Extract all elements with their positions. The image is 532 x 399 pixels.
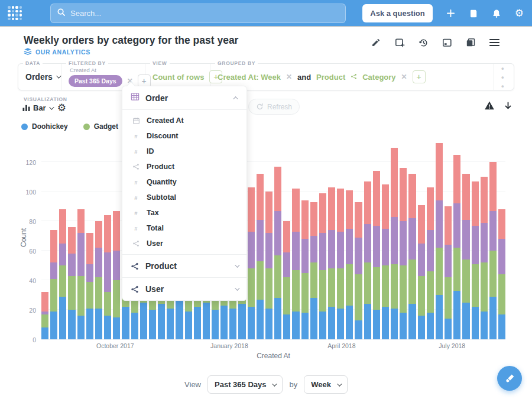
add-to-dashboard-icon[interactable] bbox=[394, 37, 405, 48]
search-bar[interactable] bbox=[50, 4, 346, 23]
view-label: View bbox=[184, 380, 201, 389]
breadcrumb[interactable]: OUR ANALYTICS bbox=[24, 47, 90, 57]
bar-week-8[interactable] bbox=[104, 140, 111, 339]
bar-week-7[interactable] bbox=[95, 140, 102, 339]
bar-segment-doohickey bbox=[328, 307, 335, 339]
bar-week-33[interactable] bbox=[328, 140, 335, 339]
bar-week-26[interactable] bbox=[265, 140, 273, 339]
breakout-chip-category[interactable]: Category bbox=[362, 73, 395, 82]
bar-week-52[interactable] bbox=[498, 140, 505, 339]
bar-segment-widget bbox=[248, 187, 255, 232]
table-section-product[interactable]: Product bbox=[122, 255, 246, 278]
bar-week-29[interactable] bbox=[292, 140, 299, 339]
bar-week-5[interactable] bbox=[77, 140, 85, 339]
legend-item-doohickey[interactable]: Doohickey bbox=[21, 122, 68, 131]
bar-segment-widget bbox=[77, 209, 85, 233]
field-item-product[interactable]: Product bbox=[122, 159, 246, 174]
bar-week-41[interactable] bbox=[400, 140, 407, 339]
bar-week-47[interactable] bbox=[453, 140, 460, 339]
field-item-discount[interactable]: #Discount bbox=[122, 128, 246, 144]
bar-segment-gizmo bbox=[301, 239, 309, 273]
data-table-selector[interactable]: Orders bbox=[25, 72, 60, 82]
time-range-select[interactable]: Past 365 Days bbox=[207, 375, 283, 394]
bar-week-1[interactable] bbox=[41, 140, 48, 339]
filter-pill[interactable]: Past 365 Days bbox=[69, 75, 122, 87]
bar-week-43[interactable] bbox=[418, 140, 425, 339]
bar-week-25[interactable] bbox=[257, 140, 264, 339]
bar-week-39[interactable] bbox=[382, 140, 389, 339]
embed-icon[interactable] bbox=[442, 37, 452, 48]
bar-week-9[interactable] bbox=[113, 140, 120, 339]
bar-week-35[interactable] bbox=[346, 140, 353, 339]
bar-week-4[interactable] bbox=[68, 140, 75, 339]
metabase-logo-icon[interactable] bbox=[7, 5, 23, 21]
field-item-created-at[interactable]: Created At bbox=[122, 113, 246, 128]
bar-segment-gadget bbox=[257, 261, 264, 300]
settings-gear-icon[interactable]: ⚙ bbox=[515, 8, 524, 18]
menu-hamburger-icon[interactable] bbox=[489, 37, 499, 48]
field-item-user[interactable]: User bbox=[122, 236, 246, 251]
breakout-chip-product[interactable]: Product bbox=[316, 73, 345, 82]
bar-week-42[interactable] bbox=[408, 140, 416, 339]
bar-segment-gizmo bbox=[319, 233, 326, 270]
bar-week-3[interactable] bbox=[59, 140, 66, 339]
search-input[interactable] bbox=[70, 9, 319, 18]
field-item-id[interactable]: #ID bbox=[122, 144, 246, 159]
style-paintbrush-fab[interactable] bbox=[497, 366, 522, 391]
bar-week-51[interactable] bbox=[489, 140, 497, 339]
bar-segment-gizmo bbox=[274, 211, 281, 255]
remove-breakout2-icon[interactable]: ✕ bbox=[401, 73, 407, 80]
bar-week-31[interactable] bbox=[310, 140, 317, 339]
bar-segment-gizmo bbox=[400, 221, 407, 265]
breakout-chip-week[interactable]: Created At: Week bbox=[218, 73, 281, 82]
bar-week-38[interactable] bbox=[373, 140, 380, 339]
bar-week-48[interactable] bbox=[462, 140, 469, 339]
table-section-user[interactable]: User bbox=[122, 278, 246, 300]
granularity-select[interactable]: Week bbox=[304, 375, 348, 394]
bar-segment-gadget bbox=[481, 262, 488, 311]
bar-week-30[interactable] bbox=[301, 140, 309, 339]
bar-segment-widget bbox=[481, 177, 488, 222]
history-clock-icon[interactable] bbox=[418, 37, 429, 48]
edit-pencil-icon[interactable] bbox=[371, 37, 381, 48]
bar-week-46[interactable] bbox=[445, 140, 452, 339]
download-icon[interactable] bbox=[504, 101, 512, 113]
bar-week-28[interactable] bbox=[283, 140, 290, 339]
bar-week-44[interactable] bbox=[427, 140, 434, 339]
field-item-subtotal[interactable]: #Subtotal bbox=[122, 190, 246, 205]
notifications-bell-icon[interactable] bbox=[492, 8, 502, 18]
viz-settings-gear-icon[interactable]: ⚙ bbox=[57, 103, 66, 113]
field-item-total[interactable]: #Total bbox=[122, 220, 246, 236]
legend-item-gadget[interactable]: Gadget bbox=[83, 122, 118, 131]
bar-week-27[interactable] bbox=[274, 140, 281, 339]
bar-week-2[interactable] bbox=[50, 140, 57, 339]
bar-week-40[interactable] bbox=[391, 140, 398, 339]
add-breakout-button[interactable]: + bbox=[413, 70, 426, 83]
collections-book-icon[interactable] bbox=[469, 8, 479, 18]
visualization-type-selector[interactable]: Bar bbox=[22, 103, 53, 113]
bar-week-49[interactable] bbox=[472, 140, 479, 339]
remove-breakout-icon[interactable]: ✕ bbox=[286, 73, 292, 80]
field-item-quantity[interactable]: #Quantity bbox=[122, 174, 246, 190]
bar-week-32[interactable] bbox=[319, 140, 326, 339]
field-item-tax[interactable]: #Tax bbox=[122, 205, 246, 220]
table-section-label: User bbox=[145, 284, 228, 294]
new-item-plus-icon[interactable] bbox=[446, 8, 456, 18]
bar-week-6[interactable] bbox=[86, 140, 93, 339]
bar-week-36[interactable] bbox=[355, 140, 362, 339]
bar-week-37[interactable] bbox=[364, 140, 371, 339]
bar-segment-gadget bbox=[400, 265, 407, 313]
bar-week-24[interactable] bbox=[248, 140, 255, 339]
more-options-icon[interactable]: • • • bbox=[501, 64, 507, 90]
bar-week-50[interactable] bbox=[481, 140, 488, 339]
bar-segment-gizmo bbox=[248, 232, 255, 268]
warning-icon[interactable] bbox=[484, 100, 495, 113]
move-to-collection-icon[interactable] bbox=[465, 37, 476, 48]
ask-question-button[interactable]: Ask a question bbox=[362, 4, 432, 22]
bar-week-34[interactable] bbox=[337, 140, 344, 339]
table-section-order[interactable]: Order bbox=[122, 86, 246, 110]
aggregation-chip[interactable]: Count of rows bbox=[153, 73, 204, 82]
bar-segment-doohickey bbox=[59, 297, 66, 339]
bar-week-45[interactable] bbox=[436, 140, 443, 339]
refresh-button[interactable]: Refresh bbox=[248, 99, 300, 115]
